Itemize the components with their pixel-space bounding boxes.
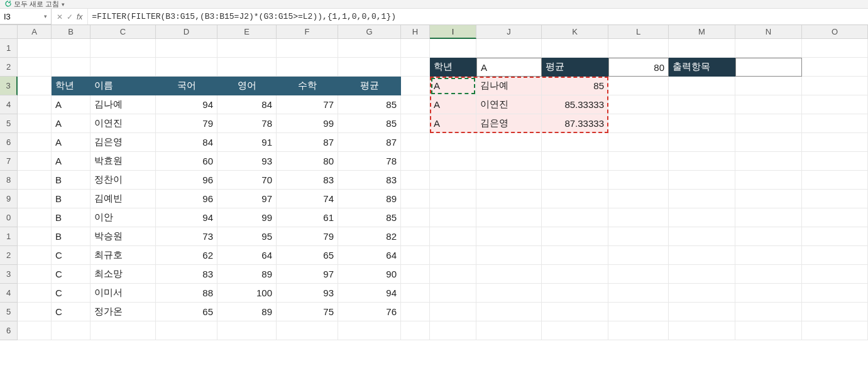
cell[interactable]: 60 (156, 152, 217, 171)
cell[interactable] (735, 190, 802, 208)
cell[interactable] (401, 246, 430, 265)
cell[interactable] (608, 208, 669, 227)
cell[interactable] (476, 321, 542, 340)
cell[interactable]: 97 (277, 265, 338, 284)
cell[interactable] (18, 152, 52, 171)
cell[interactable] (430, 321, 476, 340)
cell[interactable] (608, 190, 669, 208)
cell[interactable]: 김예빈 (91, 190, 156, 208)
cell[interactable] (608, 152, 669, 171)
col-header-D[interactable]: D (156, 25, 217, 39)
cell[interactable] (430, 152, 476, 171)
spill-cell[interactable]: 김나예 (476, 77, 542, 95)
row-header[interactable]: 3 (0, 77, 18, 95)
col-header-I[interactable]: I (430, 25, 476, 39)
cell[interactable] (476, 39, 542, 58)
cancel-icon[interactable]: ✕ (57, 13, 63, 21)
cell[interactable]: 84 (156, 133, 217, 152)
cell[interactable] (18, 190, 52, 208)
cell[interactable]: A (52, 133, 91, 152)
cell[interactable] (18, 227, 52, 246)
row-header[interactable]: 5 (0, 114, 18, 133)
cell[interactable]: 64 (338, 246, 401, 265)
cell[interactable]: C (52, 303, 91, 321)
output-header[interactable]: 출력항목 (669, 58, 735, 77)
cell[interactable]: 이미서 (91, 284, 156, 303)
row-header[interactable]: 5 (0, 303, 18, 321)
cell[interactable] (608, 246, 669, 265)
cell[interactable] (401, 303, 430, 321)
cell[interactable] (430, 227, 476, 246)
main-header-name[interactable]: 이름 (91, 77, 156, 95)
cell[interactable]: 93 (217, 152, 277, 171)
row-header[interactable]: 6 (0, 321, 18, 340)
cell[interactable] (542, 284, 608, 303)
cell[interactable]: 박승원 (91, 227, 156, 246)
cell[interactable] (476, 190, 542, 208)
cell[interactable] (277, 321, 338, 340)
col-header-L[interactable]: L (608, 25, 669, 39)
cell[interactable] (669, 284, 735, 303)
cell[interactable] (52, 321, 91, 340)
cell[interactable] (430, 208, 476, 227)
criteria-value-avg[interactable]: 80 (608, 58, 669, 77)
col-header-H[interactable]: H (401, 25, 430, 39)
cell[interactable]: 99 (217, 208, 277, 227)
row-header[interactable]: 2 (0, 246, 18, 265)
cell[interactable]: B (52, 171, 91, 190)
criteria-header-grade[interactable]: 학년 (430, 58, 476, 77)
cell[interactable] (735, 265, 802, 284)
cell[interactable] (669, 190, 735, 208)
cell[interactable] (430, 246, 476, 265)
spill-cell[interactable]: 85 (542, 77, 608, 95)
spill-cell[interactable]: 87.33333 (542, 114, 608, 133)
main-header-grade[interactable]: 학년 (52, 77, 91, 95)
cell[interactable] (608, 77, 669, 95)
cell[interactable] (542, 152, 608, 171)
col-header-M[interactable]: M (669, 25, 735, 39)
cell[interactable] (735, 246, 802, 265)
cell[interactable] (608, 227, 669, 246)
cell[interactable] (91, 58, 156, 77)
cell[interactable] (802, 58, 868, 77)
cell[interactable]: 94 (338, 284, 401, 303)
spill-cell[interactable]: A (430, 77, 476, 95)
cell[interactable] (430, 39, 476, 58)
cell[interactable] (669, 265, 735, 284)
cell[interactable] (18, 246, 52, 265)
criteria-header-avg[interactable]: 평균 (542, 58, 608, 77)
cell[interactable]: 80 (277, 152, 338, 171)
cell[interactable]: 최규호 (91, 246, 156, 265)
cell[interactable]: 82 (338, 227, 401, 246)
row-header[interactable]: 2 (0, 58, 18, 77)
cell[interactable] (608, 114, 669, 133)
cell[interactable]: 61 (277, 208, 338, 227)
cell[interactable] (91, 321, 156, 340)
cell[interactable] (91, 39, 156, 58)
cell[interactable] (669, 227, 735, 246)
cell[interactable] (277, 39, 338, 58)
cell[interactable] (156, 58, 217, 77)
cell[interactable] (338, 58, 401, 77)
cell[interactable] (735, 114, 802, 133)
cell[interactable] (735, 77, 802, 95)
cell[interactable] (735, 58, 802, 77)
cell[interactable]: 최소망 (91, 265, 156, 284)
cell[interactable] (802, 208, 868, 227)
cell[interactable] (735, 284, 802, 303)
cell[interactable]: 75 (277, 303, 338, 321)
cell[interactable] (802, 284, 868, 303)
cell[interactable] (18, 284, 52, 303)
cell[interactable]: 79 (156, 114, 217, 133)
cell[interactable] (802, 133, 868, 152)
cell[interactable] (802, 152, 868, 171)
col-header-J[interactable]: J (476, 25, 542, 39)
cell[interactable]: B (52, 208, 91, 227)
cell[interactable]: 74 (277, 190, 338, 208)
cell[interactable] (542, 190, 608, 208)
cell[interactable] (802, 265, 868, 284)
cell[interactable] (608, 303, 669, 321)
cell[interactable] (669, 77, 735, 95)
cell[interactable] (608, 39, 669, 58)
cell[interactable] (18, 265, 52, 284)
